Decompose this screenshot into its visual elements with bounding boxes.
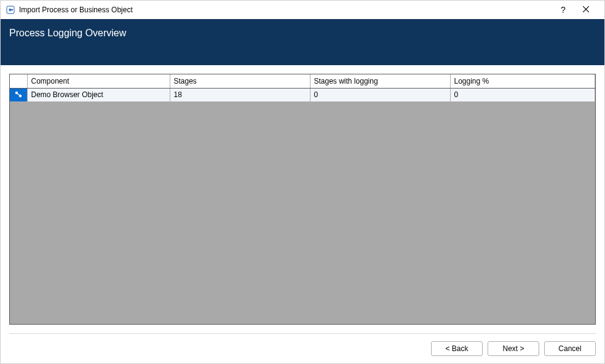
column-header-stages-with-logging[interactable]: Stages with logging [310, 74, 450, 88]
svg-line-5 [17, 94, 19, 95]
cell-logging-pct: 0 [450, 88, 595, 101]
window-title: Import Process or Business Object [19, 6, 133, 14]
cancel-button[interactable]: Cancel [544, 341, 596, 356]
close-button[interactable] [572, 1, 599, 19]
help-icon: ? [561, 5, 566, 15]
next-button[interactable]: Next > [488, 341, 539, 356]
cell-stages-with-logging: 0 [310, 88, 450, 101]
page-title: Process Logging Overview [9, 28, 126, 39]
column-header-stages[interactable]: Stages [170, 74, 310, 88]
back-button[interactable]: < Back [431, 341, 483, 356]
cell-component: Demo Browser Object [27, 88, 170, 101]
table-row[interactable]: Demo Browser Object 18 0 0 [10, 88, 595, 101]
column-header-component[interactable]: Component [27, 74, 170, 88]
app-icon [6, 5, 15, 15]
object-icon [10, 90, 27, 100]
column-header-icon[interactable] [10, 74, 27, 88]
wizard-banner: Process Logging Overview [1, 19, 604, 65]
column-header-logging-pct[interactable]: Logging % [450, 74, 595, 88]
content-area: Component Stages Stages with logging Log… [1, 65, 604, 334]
titlebar: Import Process or Business Object ? [1, 1, 604, 19]
wizard-footer: < Back Next > Cancel [1, 334, 604, 363]
row-icon-cell [10, 88, 27, 101]
cell-stages: 18 [170, 88, 310, 101]
grid-empty-area [10, 102, 595, 325]
import-wizard-window: Import Process or Business Object ? Proc… [0, 0, 605, 364]
close-icon [583, 6, 589, 14]
help-button[interactable]: ? [554, 1, 572, 19]
logging-grid[interactable]: Component Stages Stages with logging Log… [9, 74, 596, 325]
grid-header-row: Component Stages Stages with logging Log… [10, 74, 595, 88]
